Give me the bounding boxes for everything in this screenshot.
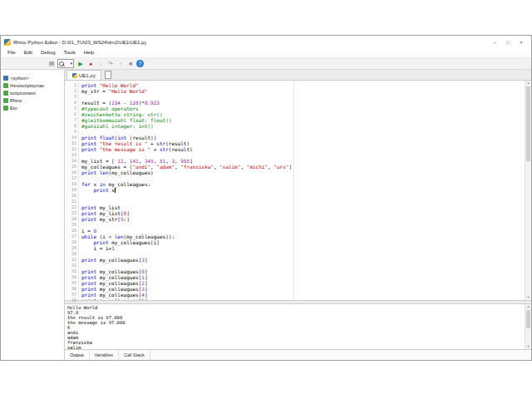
- code-line[interactable]: print my_colleagues[3]: [81, 286, 525, 292]
- magnifier-icon: [59, 62, 64, 66]
- code-line[interactable]: [81, 222, 525, 228]
- code-line[interactable]: print "the message is " + str(result): [81, 146, 525, 152]
- menu-edit[interactable]: Edit: [20, 48, 37, 57]
- step-out-button[interactable]: ↑: [116, 60, 125, 68]
- line-number: 17: [65, 175, 78, 181]
- panel-tab-call-stack[interactable]: Call Stack: [119, 351, 150, 360]
- desktop-background: Rhino Python Editor - D:\01_TU\03_WS24\d…: [0, 0, 532, 399]
- code-line[interactable]: #ganzzahl integer: int(): [81, 123, 525, 129]
- python-file-icon: [72, 73, 77, 78]
- code-line[interactable]: [81, 251, 525, 257]
- help-button[interactable]: ?: [136, 60, 144, 67]
- code-line[interactable]: print my_colleagues[1]: [81, 274, 525, 280]
- line-number: 4: [65, 100, 78, 106]
- menu-tools[interactable]: Tools: [60, 48, 80, 57]
- tree-item-eto[interactable]: Eto: [1, 104, 64, 111]
- code-line[interactable]: #gleitkommazahl float: float(): [81, 117, 525, 123]
- scrollbar-thumb[interactable]: [526, 86, 530, 161]
- line-number: 9: [65, 129, 78, 135]
- code-line[interactable]: print my_list[0]: [81, 210, 525, 216]
- line-number: 30: [65, 251, 78, 257]
- scrollbar-thumb[interactable]: [526, 310, 530, 328]
- menu-file[interactable]: File: [3, 48, 20, 57]
- menu-help[interactable]: Help: [80, 48, 98, 57]
- scroll-down-icon[interactable]: ▼: [525, 295, 531, 300]
- line-number: 12: [65, 146, 78, 152]
- code-line[interactable]: for x in my_colleagues:: [81, 181, 525, 187]
- search-combo[interactable]: ▾: [57, 59, 74, 68]
- tree-item-rhino[interactable]: Rhino: [1, 96, 64, 104]
- code-line[interactable]: print my_colleagues[4]: [81, 292, 525, 298]
- code-editor: 1234567891011121314151617181920212223242…: [65, 81, 531, 300]
- code-line[interactable]: [81, 94, 525, 100]
- code-area[interactable]: print "Hello World"my_str = "Hello World…: [79, 81, 525, 300]
- code-line[interactable]: [81, 263, 525, 268]
- code-line[interactable]: while (i < len(my_colleagues)):: [81, 234, 525, 239]
- stop-button[interactable]: ■: [126, 60, 135, 68]
- code-line[interactable]: print my_list: [81, 204, 525, 210]
- code-line[interactable]: print my_colleagues[5]: [81, 298, 525, 300]
- line-number: 7: [65, 117, 78, 123]
- line-number: 1: [65, 82, 78, 88]
- code-line[interactable]: #typecast operators: [81, 106, 525, 111]
- line-number: 3: [65, 94, 78, 100]
- step-over-button[interactable]: ↷: [106, 60, 115, 68]
- close-button[interactable]: ×: [515, 37, 528, 48]
- tab-ue1py[interactable]: UE1.py: [66, 70, 101, 80]
- namespace-tree: <python>rhinoscriptsyntaxscriptcontextRh…: [1, 70, 65, 360]
- code-line[interactable]: print my_colleagues[0]: [81, 268, 525, 274]
- code-line[interactable]: i = i+1: [81, 245, 525, 251]
- minimize-button[interactable]: –: [488, 37, 501, 48]
- window-title: Rhino Python Editor - D:\01_TU\03_WS24\d…: [13, 40, 146, 45]
- code-line[interactable]: i = 0: [81, 228, 525, 234]
- step-into-button[interactable]: ↓: [96, 60, 105, 68]
- new-script-icon[interactable]: [105, 71, 111, 79]
- code-line[interactable]: [81, 193, 525, 199]
- code-line[interactable]: print my_str[5:]: [81, 216, 525, 222]
- code-line[interactable]: [81, 152, 525, 158]
- rhino-icon: [3, 98, 8, 103]
- code-line[interactable]: #zeichenkette string: str(): [81, 111, 525, 117]
- output-scrollbar[interactable]: ▲ ▼: [525, 304, 531, 349]
- app-icon: [4, 39, 11, 46]
- line-number: 14: [65, 158, 78, 164]
- line-number: 13: [65, 152, 78, 158]
- code-line[interactable]: [81, 129, 525, 135]
- code-line[interactable]: [81, 199, 525, 204]
- dropdown-caret-icon: ▾: [70, 60, 72, 67]
- line-number: 35: [65, 280, 78, 286]
- code-line[interactable]: print "the result is " + str(result): [81, 140, 525, 146]
- scroll-up-icon[interactable]: ▲: [525, 81, 531, 86]
- code-line[interactable]: ····print x: [81, 187, 525, 193]
- tree-item-scriptcontext[interactable]: scriptcontext: [1, 89, 64, 96]
- scroll-up-icon[interactable]: ▲: [525, 304, 531, 309]
- code-line[interactable]: result = (234 - 120)*0.923: [81, 100, 525, 106]
- new-file-icon[interactable]: ▤: [47, 60, 56, 68]
- line-number: 16: [65, 170, 78, 175]
- panel-tab-variables[interactable]: Variables: [90, 351, 120, 360]
- code-line[interactable]: print len(my_colleagues): [81, 170, 525, 175]
- code-line[interactable]: print my_colleagues[3]: [81, 257, 525, 263]
- code-line[interactable]: my_colleagues = ["andi", "adam", "franzi…: [81, 164, 525, 170]
- code-line[interactable]: my_str = "Hello World": [81, 88, 525, 94]
- code-line[interactable]: print float(int (result)): [81, 135, 525, 140]
- panel-tab-output[interactable]: Output: [65, 351, 90, 360]
- code-line[interactable]: print my_colleagues[2]: [81, 280, 525, 286]
- code-line[interactable]: [81, 175, 525, 181]
- break-button[interactable]: ●: [86, 60, 95, 68]
- line-number: 19: [65, 187, 78, 193]
- run-button[interactable]: ▶: [76, 60, 85, 68]
- line-number: 2: [65, 88, 78, 94]
- line-number: 20: [65, 193, 78, 199]
- tree-item-label: Rhino: [10, 98, 22, 103]
- tree-item-rhinoscriptsyntax[interactable]: rhinoscriptsyntax: [1, 81, 64, 89]
- menu-debug[interactable]: Debug: [37, 48, 60, 57]
- code-line[interactable]: my_list = [ 12, 141, 345, 51, 3, 955]: [81, 158, 525, 164]
- editor-scrollbar[interactable]: ▲ ▼: [525, 81, 531, 300]
- code-line[interactable]: print my_colleagues[i]: [81, 239, 525, 245]
- maximize-button[interactable]: □: [501, 37, 515, 48]
- scroll-down-icon[interactable]: ▼: [525, 344, 531, 349]
- code-line[interactable]: print "Hello World": [81, 82, 525, 88]
- tree-item-python[interactable]: <python>: [1, 74, 64, 81]
- titlebar[interactable]: Rhino Python Editor - D:\01_TU\03_WS24\d…: [1, 36, 531, 48]
